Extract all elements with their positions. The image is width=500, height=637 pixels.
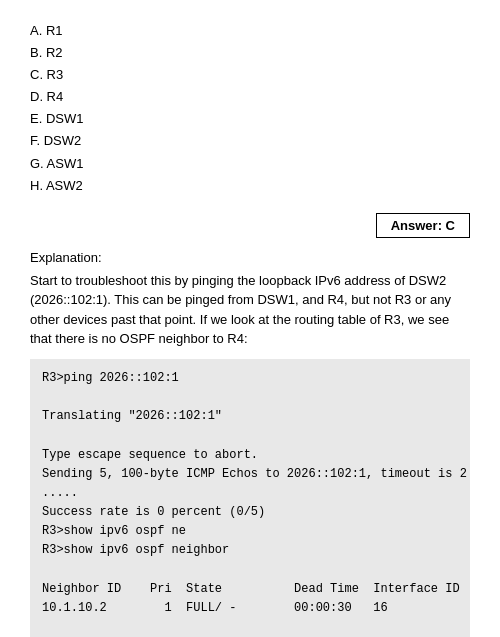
option-e: E. DSW1: [30, 108, 470, 130]
option-c: C. R3: [30, 64, 470, 86]
explanation-title: Explanation:: [30, 250, 470, 265]
option-a: A. R1: [30, 20, 470, 42]
option-f: F. DSW2: [30, 130, 470, 152]
options-list: A. R1 B. R2 C. R3 D. R4 E. DSW1 F. DSW2 …: [30, 20, 470, 197]
option-h: H. ASW2: [30, 175, 470, 197]
explanation-text: Start to troubleshoot this by pinging th…: [30, 271, 470, 349]
answer-badge: Answer: C: [376, 213, 470, 238]
code-block: R3>ping 2026::102:1 Translating "2026::1…: [30, 359, 470, 637]
answer-box: Answer: C: [30, 213, 470, 238]
option-g: G. ASW1: [30, 153, 470, 175]
option-d: D. R4: [30, 86, 470, 108]
page-content: A. R1 B. R2 C. R3 D. R4 E. DSW1 F. DSW2 …: [0, 0, 500, 637]
option-b: B. R2: [30, 42, 470, 64]
